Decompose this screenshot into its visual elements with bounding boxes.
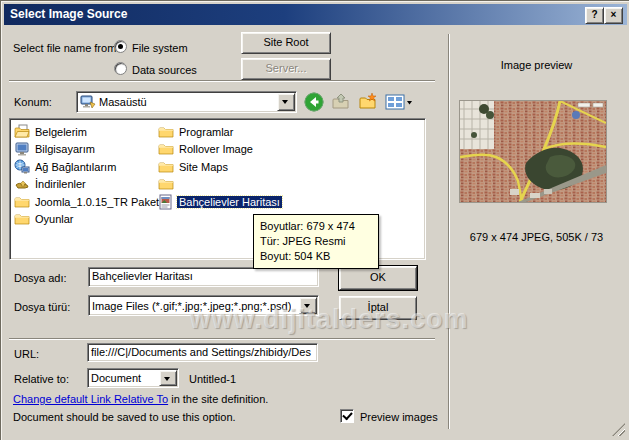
file-type-dropdown-arrow[interactable] (299, 297, 317, 314)
help-icon[interactable]: ? (585, 7, 604, 24)
file-item-site-maps[interactable]: Site Maps (158, 158, 282, 176)
footer-link-line: Change default Link Relative To in the s… (13, 393, 268, 405)
image-file-icon (158, 194, 174, 210)
separator (9, 338, 435, 339)
file-list-left-column: Belgelerim Bilgisayarım Ağ Bağlantılarım… (14, 123, 161, 228)
data-sources-radio[interactable] (114, 62, 127, 75)
tooltip-dimensions: Boyutlar: 679 x 474 (260, 219, 372, 234)
location-combobox[interactable]: Masaüstü (76, 91, 297, 113)
select-file-name-from-label: Select file name from: (13, 42, 119, 54)
document-name-text: Untitled-1 (189, 373, 236, 385)
server-button: Server... (241, 58, 331, 80)
save-note-text: Document should be saved to use this opt… (13, 411, 236, 423)
file-item-joomla-paket[interactable]: Joomla_1.0.15_TR Paket (14, 193, 161, 211)
new-folder-icon[interactable] (358, 92, 378, 112)
checkmark-icon (342, 410, 352, 421)
file-item-rollover-image[interactable]: Rollover Image (158, 141, 282, 159)
url-label: URL: (14, 348, 39, 360)
resize-grip[interactable] (612, 423, 625, 436)
location-dropdown-arrow[interactable] (277, 93, 295, 111)
my-documents-icon (14, 124, 30, 140)
map-thumbnail-graphic (460, 101, 606, 202)
location-label: Konum: (14, 96, 52, 108)
my-computer-icon (14, 141, 30, 157)
close-icon[interactable]: × (604, 7, 623, 24)
image-info-text: 679 x 474 JPEG, 505K / 73 (449, 231, 624, 243)
file-name-label: Dosya adı: (14, 272, 67, 284)
tooltip-type: Tür: JPEG Resmi (260, 234, 372, 249)
up-folder-icon[interactable] (331, 92, 351, 112)
file-info-tooltip: Boyutlar: 679 x 474 Tür: JPEG Resmi Boyu… (253, 214, 379, 269)
relative-to-label: Relative to: (14, 373, 69, 385)
dialog-title: Select Image Source (10, 7, 127, 21)
file-item-belgelerim[interactable]: Belgelerim (14, 123, 161, 141)
radio-dot (118, 44, 123, 49)
file-system-radio[interactable] (114, 40, 127, 53)
ok-button[interactable]: OK (339, 266, 417, 290)
network-places-icon (14, 159, 30, 175)
folder-icon (158, 141, 174, 157)
file-name-input[interactable]: Bahçelievler Haritası (88, 267, 319, 287)
folder-icon (158, 124, 174, 140)
file-list-right-column: Programlar Rollover Image Site Maps Bahç… (158, 123, 282, 211)
preview-images-label[interactable]: Preview images (360, 411, 438, 423)
back-icon[interactable] (304, 92, 324, 112)
tooltip-size: Boyut: 504 KB (260, 249, 372, 264)
image-preview-thumbnail (459, 100, 607, 203)
file-item-unnamed-folder[interactable] (158, 176, 282, 194)
file-type-label: Dosya türü: (14, 301, 70, 313)
site-root-button[interactable]: Site Root (241, 32, 331, 54)
folder-icon (158, 176, 174, 192)
file-system-radio-label[interactable]: File system (132, 42, 188, 54)
downloads-icon (14, 176, 30, 192)
url-input[interactable]: file:///C|/Documents and Settings/zhibid… (87, 343, 318, 362)
folder-icon (158, 159, 174, 175)
file-type-select[interactable]: Image Files (*.gif;*.jpg;*.jpeg;*.png;*.… (88, 295, 319, 316)
location-value: Masaüstü (99, 96, 147, 108)
folder-icon (14, 194, 30, 210)
data-sources-radio-label[interactable]: Data sources (132, 64, 197, 76)
file-item-bilgisayarim[interactable]: Bilgisayarım (14, 141, 161, 159)
title-bar[interactable]: Select Image Source (4, 4, 627, 25)
relative-to-dropdown-arrow[interactable] (159, 370, 177, 386)
file-item-bahcelievler-haritasi-selected[interactable]: Bahçelievler Haritası (158, 193, 282, 211)
change-default-link[interactable]: Change default Link Relative To (13, 393, 168, 405)
file-item-oyunlar[interactable]: Oyunlar (14, 211, 161, 229)
folder-icon (14, 211, 30, 227)
views-icon[interactable] (385, 92, 413, 112)
image-preview-title: Image preview (449, 59, 624, 71)
select-image-source-dialog: Select Image Source ? × Select file name… (0, 0, 629, 440)
relative-to-select[interactable]: Document (87, 368, 179, 388)
desktop-icon (80, 94, 96, 110)
link-suffix-text: in the site definition. (168, 393, 268, 405)
cancel-button[interactable]: İptal (339, 296, 417, 320)
file-item-ag-baglantilarim[interactable]: Ağ Bağlantılarım (14, 158, 161, 176)
file-item-programlar[interactable]: Programlar (158, 123, 282, 141)
separator (9, 80, 435, 81)
preview-images-checkbox[interactable] (340, 409, 354, 423)
file-item-indirilenler[interactable]: İndirilenler (14, 176, 161, 194)
